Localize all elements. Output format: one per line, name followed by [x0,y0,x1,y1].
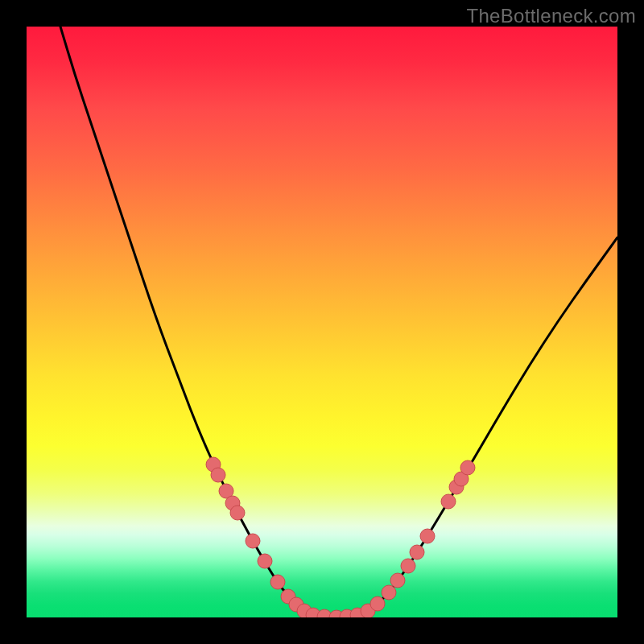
bottleneck-curve [60,27,617,617]
curve-layer [27,27,617,617]
chart-frame: TheBottleneck.com [0,0,644,644]
data-point [230,506,245,520]
data-point [420,529,435,543]
data-point [441,494,456,509]
plot-area [27,27,617,617]
data-point [370,597,385,611]
data-points [206,457,475,617]
data-point [401,559,415,573]
data-point [270,575,285,589]
data-point [410,545,424,559]
data-point [390,573,405,588]
data-point [246,534,260,548]
data-point [258,554,272,568]
data-point [211,468,225,482]
data-point [382,585,396,600]
watermark-text: TheBottleneck.com [466,5,636,27]
data-point [460,460,475,475]
